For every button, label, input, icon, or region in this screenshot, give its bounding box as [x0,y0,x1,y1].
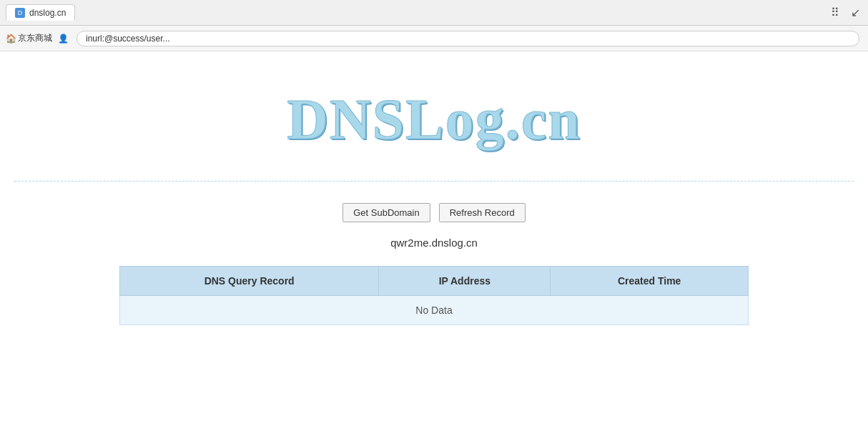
tab-favicon: D [15,8,25,18]
logo-container: DNSLog.cn [287,87,581,152]
address-bar-row: 🏠 京东商城 👤 inurl:@success/user... [0,26,868,51]
column-ip-address: IP Address [379,267,551,296]
table-body: No Data [120,296,749,325]
user-icon: 👤 [58,34,68,44]
table-header-row: DNS Query Record IP Address Created Time [120,267,749,296]
site-logo: DNSLog.cn [287,87,581,152]
get-subdomain-button[interactable]: Get SubDomain [342,203,430,222]
extensions-icon[interactable]: ⠿ [828,6,842,20]
dashed-divider [14,181,854,182]
menu-icon[interactable]: ↙ [848,6,862,20]
column-created-time: Created Time [551,267,749,296]
button-row: Get SubDomain Refresh Record [342,203,526,222]
jd-icon: 🏠 [6,34,16,44]
table-header: DNS Query Record IP Address Created Time [120,267,749,296]
dns-table: DNS Query Record IP Address Created Time… [119,266,749,325]
browser-tab[interactable]: D dnslog.cn [6,4,75,21]
bookmark-jd[interactable]: 🏠 京东商城 [6,32,52,44]
no-data-cell: No Data [120,296,749,325]
browser-tab-bar: D dnslog.cn ⠿ ↙ [0,0,868,26]
browser-toolbar-icons: ⠿ ↙ [828,6,862,20]
refresh-record-button[interactable]: Refresh Record [439,203,526,222]
table-row-empty: No Data [120,296,749,325]
tab-title: dnslog.cn [29,8,66,18]
address-bar[interactable]: inurl:@success/user... [77,31,859,46]
bookmark-jd-label: 京东商城 [18,32,52,44]
bookmark-user[interactable]: 👤 [58,34,68,44]
main-content: DNSLog.cn Get SubDomain Refresh Record q… [0,51,868,340]
subdomain-display: qwr2me.dnslog.cn [390,237,478,249]
column-dns-query: DNS Query Record [120,267,379,296]
